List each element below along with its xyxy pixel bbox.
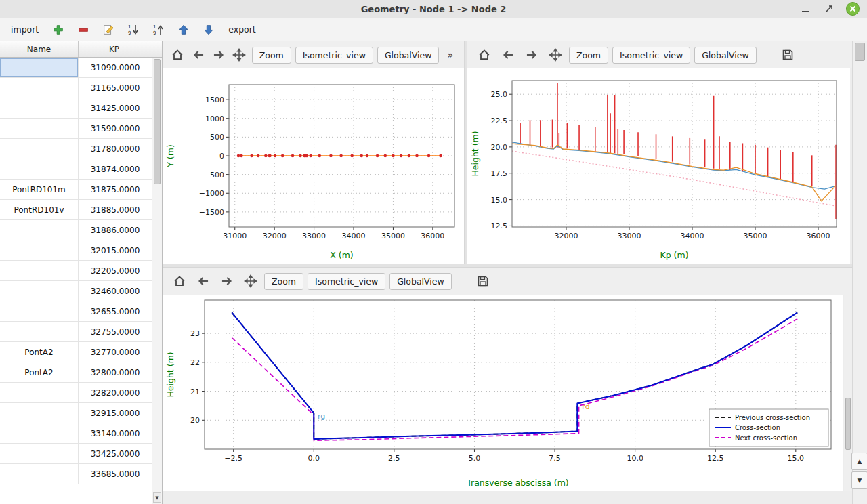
kp-cell[interactable]: 31780.0000: [79, 139, 152, 159]
name-cell[interactable]: PontA2: [0, 362, 79, 382]
edit-icon: [102, 24, 114, 36]
pan-button[interactable]: [545, 45, 565, 65]
edit-button[interactable]: [100, 22, 117, 38]
plan-view-chart[interactable]: 310003200033000340003500036000−1500−1000…: [163, 68, 464, 264]
name-cell[interactable]: [0, 220, 79, 240]
save-figure-button[interactable]: [473, 272, 493, 291]
forward-button[interactable]: [522, 45, 541, 65]
name-cell[interactable]: [0, 58, 79, 77]
remove-cross-section-button[interactable]: [75, 22, 91, 38]
table-scrollbar[interactable]: ▼: [152, 58, 162, 504]
forward-button[interactable]: [211, 45, 227, 65]
isometric-view-button[interactable]: Isometric_view: [295, 47, 373, 64]
back-button[interactable]: [190, 45, 206, 65]
table-scroll-down-button[interactable]: ▼: [153, 492, 161, 503]
kp-cell[interactable]: 31885.0000: [79, 200, 152, 219]
name-cell[interactable]: [0, 139, 79, 159]
isometric-view-button[interactable]: Isometric_view: [308, 273, 385, 290]
back-button[interactable]: [498, 45, 517, 65]
svg-text:Previous cross-section: Previous cross-section: [735, 414, 810, 421]
kp-cell[interactable]: 32655.0000: [79, 301, 152, 321]
kp-cell[interactable]: 31874.0000: [79, 159, 152, 179]
zoom-button[interactable]: Zoom: [569, 47, 608, 64]
name-cell[interactable]: [0, 322, 79, 341]
isometric-view-button[interactable]: Isometric_view: [612, 47, 690, 64]
table-scrollbar-thumb[interactable]: [154, 59, 161, 184]
save-figure-button[interactable]: [778, 45, 798, 65]
name-cell[interactable]: [0, 281, 79, 301]
global-view-button[interactable]: GlobalView: [389, 273, 452, 290]
name-cell[interactable]: [0, 261, 79, 280]
home-button[interactable]: [169, 272, 189, 291]
kp-cell[interactable]: 31090.0000: [79, 58, 152, 77]
add-cross-section-button[interactable]: [50, 22, 66, 38]
kp-cell[interactable]: 31165.0000: [79, 78, 152, 98]
global-view-button[interactable]: GlobalView: [377, 47, 440, 64]
svg-text:Next cross-section: Next cross-section: [735, 434, 797, 442]
kp-cell[interactable]: 33685.0000: [79, 464, 152, 484]
kp-cell[interactable]: 31875.0000: [79, 180, 152, 199]
zoom-button[interactable]: Zoom: [252, 47, 291, 64]
name-cell[interactable]: PontA2: [0, 342, 79, 362]
global-view-button[interactable]: GlobalView: [694, 47, 757, 64]
maximize-button[interactable]: [822, 1, 837, 16]
import-button[interactable]: import: [8, 23, 41, 36]
kp-cell[interactable]: 32915.0000: [79, 403, 152, 423]
name-cell[interactable]: PontRD101m: [0, 180, 79, 199]
kp-cell[interactable]: 32755.0000: [79, 322, 152, 341]
name-cell[interactable]: [0, 464, 79, 484]
name-cell[interactable]: [0, 423, 79, 443]
sort-descending-button[interactable]: 19: [125, 22, 142, 38]
move-up-button[interactable]: [175, 22, 192, 38]
kp-cell[interactable]: 31425.0000: [79, 98, 152, 118]
window-scrollbar[interactable]: ▲ ▼: [852, 41, 867, 504]
scroll-down-button[interactable]: ▼: [851, 471, 867, 489]
sort-ascending-button[interactable]: 19: [150, 22, 167, 38]
column-header-name[interactable]: Name: [0, 41, 79, 57]
kp-cell[interactable]: 32770.0000: [79, 342, 152, 362]
long-profile-chart[interactable]: 320003300034000350003600012.515.017.520.…: [467, 68, 850, 264]
minimize-button[interactable]: [798, 1, 813, 16]
home-button[interactable]: [474, 45, 494, 65]
name-cell[interactable]: PontRD101v: [0, 200, 79, 219]
kp-cell[interactable]: 31886.0000: [79, 220, 152, 240]
window-scrollbar-thumb[interactable]: [855, 43, 865, 61]
toolbar-overflow-button[interactable]: »: [443, 48, 457, 62]
name-cell[interactable]: [0, 98, 79, 118]
cross-section-scrollbar-thumb[interactable]: [845, 398, 851, 450]
forward-button[interactable]: [217, 272, 236, 291]
export-button[interactable]: export: [226, 23, 259, 36]
back-button[interactable]: [193, 272, 213, 291]
kp-cell[interactable]: 32205.0000: [79, 261, 152, 280]
kp-cell[interactable]: 32800.0000: [79, 362, 152, 382]
name-cell[interactable]: [0, 240, 79, 260]
name-cell[interactable]: [0, 159, 79, 179]
home-button[interactable]: [169, 45, 186, 65]
kp-cell[interactable]: 33425.0000: [79, 444, 152, 463]
pan-button[interactable]: [240, 272, 260, 291]
kp-cell[interactable]: 32015.0000: [79, 240, 152, 260]
svg-text:9: 9: [128, 30, 131, 36]
name-cell[interactable]: [0, 78, 79, 98]
plan-view-toolbar: Zoom Isometric_view GlobalView »: [163, 41, 464, 68]
name-cell[interactable]: [0, 301, 79, 321]
table-row: 32460.0000: [0, 281, 152, 301]
kp-cell[interactable]: 32460.0000: [79, 281, 152, 301]
name-cell[interactable]: [0, 383, 79, 402]
close-button[interactable]: [845, 1, 860, 16]
save-icon: [781, 48, 795, 62]
name-cell[interactable]: [0, 444, 79, 463]
name-cell[interactable]: [0, 119, 79, 138]
cross-section-chart[interactable]: −2.50.02.55.07.510.012.515.020212223rgrd…: [163, 295, 843, 491]
move-down-button[interactable]: [200, 22, 217, 38]
kp-cell[interactable]: 33140.0000: [79, 423, 152, 443]
name-cell[interactable]: [0, 403, 79, 423]
scroll-up-button[interactable]: ▲: [851, 453, 867, 470]
kp-cell[interactable]: 31590.0000: [79, 119, 152, 138]
column-header-kp[interactable]: KP: [79, 41, 150, 57]
kp-cell[interactable]: 32820.0000: [79, 383, 152, 402]
svg-text:Y (m): Y (m): [165, 144, 175, 168]
zoom-button[interactable]: Zoom: [264, 273, 303, 290]
table-row: 33425.0000: [0, 444, 152, 464]
pan-button[interactable]: [231, 45, 247, 65]
